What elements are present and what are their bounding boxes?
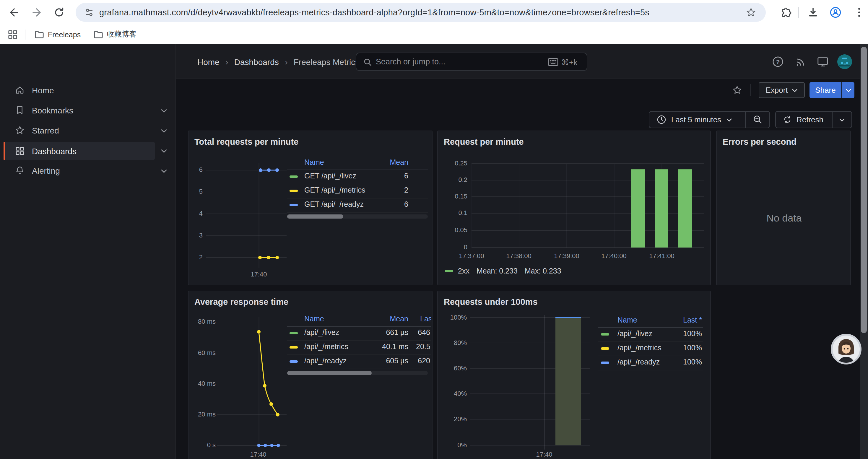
y-tick: 40 ms <box>191 380 216 387</box>
tune-icon[interactable] <box>84 7 95 18</box>
monitor-icon[interactable] <box>816 56 829 68</box>
series-name[interactable]: GET /api/_/readyz <box>304 200 364 208</box>
chevron-down-icon[interactable] <box>161 109 167 113</box>
series-name[interactable]: /api/_/metrics <box>617 344 661 352</box>
series-last: 20.5 r <box>416 342 431 351</box>
export-button[interactable]: Export <box>759 82 805 98</box>
series-name[interactable]: /api/_/metrics <box>304 342 348 351</box>
apps-grid-icon[interactable] <box>8 30 18 40</box>
legend-row: GET /api/_/livez 6 <box>287 169 428 184</box>
breadcrumb-separator: › <box>225 57 228 67</box>
series-mean: 6 <box>404 200 408 208</box>
sidebar-item-bookmarks[interactable]: Bookmarks <box>0 102 176 119</box>
line-chart[interactable] <box>206 158 286 270</box>
chevron-down-icon <box>726 118 732 121</box>
reload-icon[interactable] <box>53 6 65 18</box>
y-tick: 0 <box>446 243 467 251</box>
panel-requests-under-100ms: Requests under 100ms 100% 80% 60% 40% 20… <box>437 291 711 459</box>
assistant-avatar[interactable] <box>831 334 862 364</box>
user-avatar[interactable] <box>837 54 852 69</box>
panel-title[interactable]: Request per minute <box>444 137 524 146</box>
download-icon[interactable] <box>807 6 819 18</box>
breadcrumb-home[interactable]: Home <box>197 57 219 66</box>
search-box[interactable]: Search or jump to... ⌘+k <box>356 53 587 71</box>
page-scrollbar-thumb[interactable] <box>861 47 867 333</box>
series-mean: 40.1 ms <box>382 342 408 351</box>
panel-title[interactable]: Total requests per minute <box>194 137 299 146</box>
x-tick: 17:40 <box>241 270 277 277</box>
legend-row: GET /api/_/readyz 6 <box>287 198 428 213</box>
legend-col-last[interactable]: Last * <box>683 316 702 324</box>
sidebar-item-dashboards[interactable]: Dashboards <box>4 142 155 160</box>
bars-2xx <box>631 169 692 248</box>
sidebar-item-label: Dashboards <box>32 146 76 156</box>
bookmark-folder-blogs[interactable]: 收藏博客 <box>93 30 136 40</box>
panel-title[interactable]: Requests under 100ms <box>444 297 538 306</box>
news-rss-icon[interactable] <box>795 56 807 68</box>
series-name[interactable]: /api/_/readyz <box>617 358 660 366</box>
series-name[interactable]: GET /api/_/livez <box>304 172 356 180</box>
legend-col-mean[interactable]: Mean <box>390 315 408 323</box>
zoom-out-button[interactable] <box>746 114 769 125</box>
line-chart[interactable] <box>217 315 288 454</box>
help-icon[interactable]: ? <box>772 56 784 68</box>
bar-chart[interactable] <box>470 314 591 451</box>
sidebar-item-home[interactable]: Home <box>0 81 176 99</box>
sidebar-item-starred[interactable]: Starred <box>0 122 176 139</box>
x-tick: 17:40:00 <box>596 252 632 259</box>
refresh-button[interactable]: Refresh <box>776 115 832 124</box>
x-tick: 17:40 <box>526 451 562 458</box>
bookmark-folder-freeleaps[interactable]: Freeleaps <box>34 30 81 40</box>
legend-scrollbar[interactable] <box>287 215 428 219</box>
bar-chart[interactable] <box>471 160 705 249</box>
series-mean: Mean: 0.233 <box>476 267 518 275</box>
extensions-icon[interactable] <box>781 6 793 18</box>
share-button[interactable]: Share <box>809 82 841 98</box>
series-line-metrics <box>259 332 278 415</box>
panel-title[interactable]: Average response time <box>194 297 288 306</box>
time-range-picker[interactable]: Last 5 minutes <box>649 114 745 125</box>
series-name[interactable]: /api/_/livez <box>617 330 652 338</box>
y-tick: 60 ms <box>191 349 216 356</box>
legend-col-name[interactable]: Name <box>304 158 324 167</box>
chevron-down-icon[interactable] <box>161 149 167 153</box>
breadcrumb-dashboards[interactable]: Dashboards <box>234 57 279 66</box>
sidebar-item-label: Alerting <box>32 166 60 175</box>
kebab-menu-icon[interactable] <box>853 6 865 18</box>
profile-icon[interactable] <box>829 6 842 19</box>
series-name[interactable]: /api/_/livez <box>304 328 339 337</box>
series-name[interactable]: 2xx <box>458 267 469 275</box>
sidebar-item-alerting[interactable]: Alerting <box>0 162 176 179</box>
browser-toolbar: grafana.mathmast.com/d/deytv4rwavabkb/fr… <box>0 0 868 25</box>
share-menu-button[interactable] <box>842 82 855 98</box>
legend-scrollbar[interactable] <box>287 371 428 375</box>
forward-icon[interactable] <box>31 6 42 18</box>
legend-header: Name Mean Las <box>287 314 431 327</box>
favorite-star-icon[interactable] <box>732 85 742 95</box>
series-name[interactable]: /api/_/readyz <box>304 357 346 365</box>
legend-col-last[interactable]: Las <box>420 315 431 323</box>
chevron-down-icon[interactable] <box>161 169 167 173</box>
series-swatch <box>601 362 609 364</box>
screen: grafana.mathmast.com/d/deytv4rwavabkb/fr… <box>0 0 868 459</box>
legend-col-name[interactable]: Name <box>617 316 637 324</box>
panel-title[interactable]: Errors per second <box>723 137 797 146</box>
legend-table: Name Last * /api/_/livez 100% /api/_/met… <box>598 315 703 398</box>
legend-header: Name Mean <box>287 157 428 170</box>
legend-col-mean[interactable]: Mean <box>390 158 408 167</box>
bell-icon <box>15 165 25 175</box>
panel-total-requests-per-minute: Total requests per minute 6 5 4 3 2 17:4… <box>188 131 433 285</box>
back-icon[interactable] <box>8 6 20 18</box>
search-shortcut: ⌘+k <box>561 58 577 66</box>
chevron-down-icon[interactable] <box>161 129 167 133</box>
legend-row: /api/_/metrics 100% <box>598 341 703 356</box>
bookmark-star-icon[interactable] <box>746 7 756 18</box>
time-controls: Last 5 minutes <box>649 111 770 128</box>
breadcrumb-separator: › <box>285 57 288 67</box>
y-tick: 0.25 <box>446 160 467 167</box>
y-tick: 0 s <box>191 441 216 448</box>
active-indicator <box>4 142 5 160</box>
refresh-interval-button[interactable] <box>833 118 851 121</box>
legend-col-name[interactable]: Name <box>304 315 324 323</box>
series-name[interactable]: GET /api/_/metrics <box>304 186 366 194</box>
